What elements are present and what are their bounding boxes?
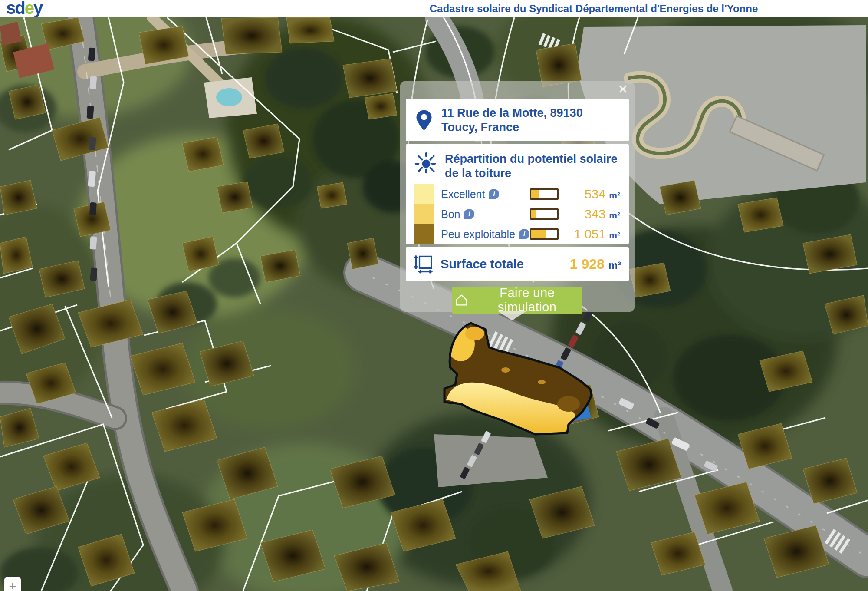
swatch-excellent: [414, 184, 434, 204]
ratio-bar: [530, 188, 559, 200]
simulate-button-label: Faire une simulation: [474, 286, 580, 314]
close-icon[interactable]: ✕: [618, 82, 628, 97]
title-line2: de la toiture: [445, 166, 618, 181]
sdey-logo: sdey: [6, 0, 42, 17]
address-line2: Toucy, France: [441, 120, 583, 135]
solar-potential-title: Répartition du potentiel solaire de la t…: [445, 152, 618, 181]
swatch-peu-exploitable: [414, 224, 434, 244]
house-icon: [455, 293, 468, 307]
info-icon[interactable]: i: [489, 189, 499, 199]
dimensions-icon: [414, 254, 434, 274]
solar-potential-card: Répartition du potentiel solaire de la t…: [406, 144, 629, 244]
logo-part-e: e: [25, 0, 33, 17]
logo-part-sd: sd: [6, 0, 25, 17]
info-icon[interactable]: i: [464, 209, 474, 219]
popup-anchor-arrow: [498, 311, 526, 320]
surface-card: Surface totale 1 928 m²: [406, 247, 629, 281]
address-text: 11 Rue de la Motte, 89130 Toucy, France: [441, 106, 583, 135]
swimming-pool: [204, 77, 257, 118]
swatch-bon: [414, 204, 434, 224]
simulate-button[interactable]: Faire une simulation: [452, 287, 582, 314]
ratio-bar: [530, 228, 559, 240]
legend-row-peu-exploitable: Peu exploitable i 1 051 m²: [414, 224, 620, 244]
legend-label: Bon: [441, 208, 460, 221]
zoom-in-button[interactable]: +: [4, 577, 21, 591]
page-title: Cadastre solaire du Syndicat Département…: [429, 3, 759, 15]
app-header: sdey Cadastre solaire du Syndicat Départ…: [0, 0, 868, 17]
legend-label: Excellent: [441, 188, 485, 201]
legend-row-excellent: Excellent i 534 m²: [414, 184, 620, 204]
legend-label: Peu exploitable: [441, 228, 515, 241]
address-line1: 11 Rue de la Motte, 89130: [441, 106, 583, 120]
surface-total-label: Surface totale: [441, 257, 524, 271]
location-pin-icon: [415, 109, 433, 132]
surface-total-value: 1 928 m²: [524, 256, 621, 272]
logo-part-y: y: [33, 0, 42, 17]
ratio-bar: [530, 208, 559, 220]
info-icon[interactable]: i: [519, 229, 529, 239]
sun-icon: [414, 152, 438, 175]
legend-value: 343 m²: [565, 207, 620, 221]
address-card: 11 Rue de la Motte, 89130 Toucy, France: [406, 99, 629, 141]
building-info-popup: ✕ 11 Rue de la Motte, 89130 Toucy, Franc…: [400, 81, 635, 312]
legend-value: 534 m²: [565, 187, 620, 201]
legend-row-bon: Bon i 343 m²: [414, 204, 620, 224]
title-line1: Répartition du potentiel solaire: [445, 152, 618, 166]
legend-value: 1 051 m²: [565, 227, 620, 241]
